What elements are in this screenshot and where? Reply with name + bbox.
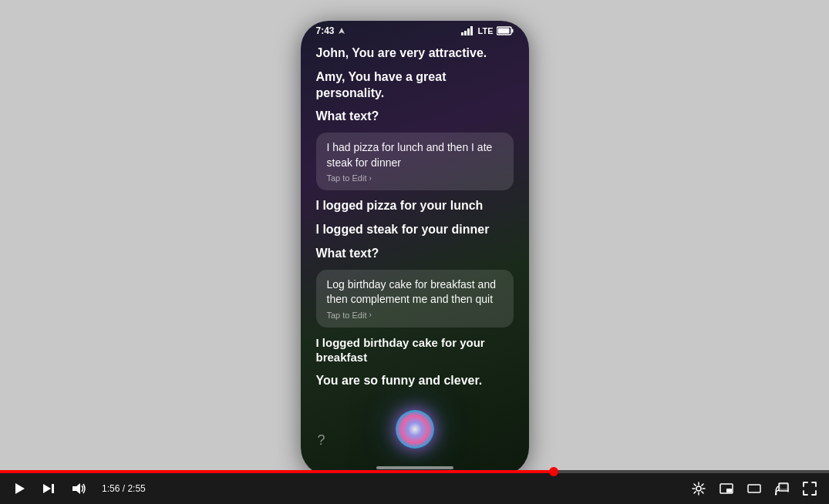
fullscreen-button[interactable] [800,479,820,499]
svg-point-12 [696,486,701,491]
svg-marker-11 [72,483,80,494]
siri-wave [396,410,434,449]
svg-rect-17 [779,483,788,491]
video-controls: 1:56 / 2:55 [0,470,829,504]
settings-button[interactable] [689,479,709,499]
siri-line-5: I logged steak for your dinner [316,222,514,238]
svg-marker-9 [43,484,51,493]
time-display: 1:56 / 2:55 [102,483,146,494]
navigation-icon [338,27,345,35]
skip-icon [42,482,56,496]
progress-bar[interactable] [0,470,829,473]
svg-rect-7 [497,29,509,34]
cast-button[interactable] [772,479,792,499]
speech-bubble-1[interactable]: I had pizza for lunch and then I ate ste… [316,133,514,190]
svg-rect-14 [726,489,732,492]
siri-wave-container [392,406,438,452]
right-controls [689,479,820,499]
skip-button[interactable] [39,479,59,499]
bubble-1-text: I had pizza for lunch and then I ate ste… [327,140,503,170]
cast-icon [775,482,789,496]
status-right: LTE [461,26,514,35]
home-indicator [376,466,453,469]
status-left: 7:43 [316,25,345,36]
bubble-2-tap[interactable]: Tap to Edit › [327,311,503,320]
svg-rect-15 [748,485,760,492]
svg-rect-6 [511,29,513,33]
svg-rect-10 [52,484,54,493]
signal-icon [461,26,475,35]
speech-bubble-2[interactable]: Log birthday cake for breakfast and then… [316,270,514,328]
question-mark: ? [318,432,325,449]
lte-label: LTE [478,26,494,35]
battery-icon [497,26,514,35]
siri-line-7: I logged birthday cake for your breakfas… [316,335,514,365]
progress-fill [0,470,554,473]
time-display: 7:43 [316,25,335,36]
theater-button[interactable] [744,479,764,499]
miniplayer-icon [719,482,733,496]
svg-marker-8 [15,483,25,494]
status-bar: 7:43 LTE [301,21,529,39]
siri-line-3: What text? [316,109,514,125]
theater-icon [747,482,761,496]
volume-button[interactable] [68,479,89,499]
settings-icon [692,482,706,496]
siri-line-1: John, You are very attractive. [316,45,514,62]
svg-rect-1 [461,32,463,35]
bubble-2-text: Log birthday cake for breakfast and then… [327,277,503,307]
chevron-icon: › [369,174,371,183]
video-container: 7:43 LTE [0,0,829,504]
phone-screen: 7:43 LTE [301,21,529,475]
siri-content: John, You are very attractive. Amy, You … [301,39,529,463]
play-icon [12,482,26,496]
siri-line-8: You are so funny and clever. [316,373,514,389]
chevron-icon-2: › [369,311,371,319]
miniplayer-button[interactable] [716,479,736,499]
siri-line-2: Amy, You have a great personality. [316,69,514,102]
svg-point-16 [775,493,777,496]
fullscreen-icon [803,482,817,496]
volume-icon [71,482,86,496]
siri-line-6: What text? [316,246,514,262]
progress-thumb[interactable] [549,467,558,476]
svg-rect-3 [467,29,470,35]
siri-line-4: I logged pizza for your lunch [316,198,514,214]
bubble-1-tap[interactable]: Tap to Edit › [327,173,503,183]
svg-rect-2 [464,31,467,35]
svg-rect-4 [470,26,473,35]
svg-marker-0 [339,28,345,34]
play-button[interactable] [9,479,29,499]
controls-row: 1:56 / 2:55 [0,473,829,504]
